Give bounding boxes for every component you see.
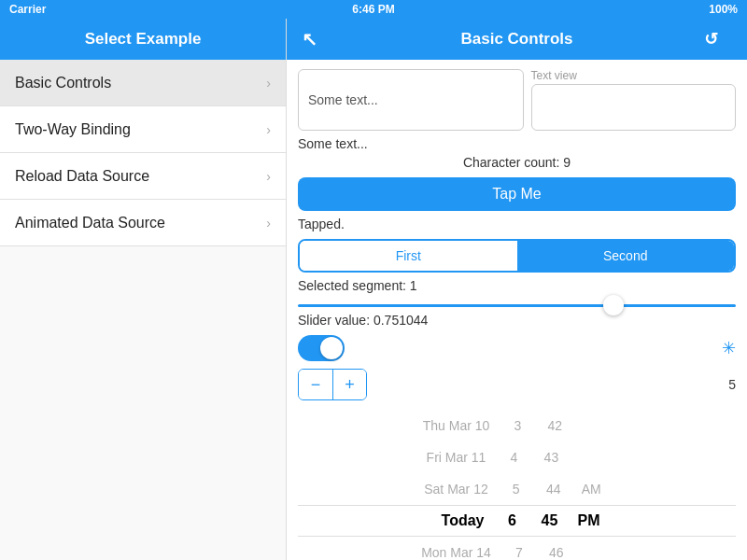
ampm-col: PM — [578, 512, 606, 529]
chevron-right-icon: › — [266, 169, 271, 184]
text-fields-row: Text view — [298, 69, 736, 131]
text-view-label: Text view — [531, 69, 737, 82]
toggle-row: ✳ — [298, 335, 736, 361]
date-row-mon: Mon Mar 14 7 46 — [298, 537, 736, 560]
sidebar-header: Select Example — [0, 19, 286, 60]
date-col: Today — [429, 512, 485, 529]
date-col: Mon Mar 14 — [421, 545, 491, 560]
main-title: Basic Controls — [461, 30, 573, 49]
battery-label: 100% — [709, 3, 738, 16]
min-col: 43 — [542, 450, 560, 465]
min-col: 44 — [544, 482, 563, 497]
hour-col: 4 — [504, 450, 523, 465]
min-col: 42 — [545, 418, 564, 433]
stepper: − + — [298, 369, 367, 400]
date-row-sat: Sat Mar 12 5 44 AM — [298, 473, 736, 505]
min-col: 46 — [547, 545, 566, 560]
slider-thumb[interactable] — [603, 295, 624, 315]
segment-second[interactable]: Second — [517, 241, 735, 271]
activity-indicator: ✳ — [722, 338, 736, 358]
text-view[interactable] — [531, 84, 737, 131]
segment-first-label: First — [396, 248, 421, 263]
hour-col: 3 — [508, 418, 527, 433]
date-picker[interactable]: Thu Mar 10 3 42 Fri Mar 11 4 43 Sat Mar … — [298, 410, 736, 560]
date-picker-rows: Thu Mar 10 3 42 Fri Mar 11 4 43 Sat Mar … — [298, 410, 736, 560]
stepper-increment-button[interactable]: + — [332, 370, 366, 399]
back-button[interactable]: ↖ — [302, 28, 330, 50]
slider-track[interactable] — [298, 304, 736, 307]
chevron-right-icon: › — [266, 216, 271, 231]
stepper-decrement-button[interactable]: − — [299, 370, 332, 399]
reload-icon[interactable]: ↺ — [704, 29, 718, 49]
time-label: 6:46 PM — [352, 3, 394, 16]
date-col: Sat Mar 12 — [424, 482, 487, 497]
toggle-switch[interactable] — [298, 335, 345, 361]
slider-container — [298, 304, 736, 307]
sidebar-item-label: Reload Data Source — [15, 168, 149, 185]
status-bar: Carrier 6:46 PM 100% — [0, 0, 747, 19]
date-row-today: Today 6 45 PM — [298, 505, 736, 537]
date-col: Fri Mar 11 — [427, 450, 486, 465]
sidebar-item-reload-data-source[interactable]: Reload Data Source › — [0, 153, 286, 200]
main-panel: ↖ Basic Controls ↺ Text view Some text..… — [287, 19, 747, 560]
hour-col: 5 — [507, 482, 526, 497]
reload-button[interactable]: ↺ — [704, 29, 732, 49]
tap-me-button[interactable]: Tap Me — [298, 177, 736, 211]
sidebar-item-two-way-binding[interactable]: Two-Way Binding › — [0, 106, 286, 153]
segment-first[interactable]: First — [300, 241, 517, 271]
sidebar-item-animated-data-source[interactable]: Animated Data Source › — [0, 200, 286, 246]
selected-segment: Selected segment: 1 — [298, 278, 736, 293]
main-content: Text view Some text... Character count: … — [287, 60, 747, 560]
stepper-row: − + 5 — [298, 369, 736, 400]
date-row-thu: Thu Mar 10 3 42 — [298, 410, 736, 441]
min-col: 45 — [541, 512, 559, 529]
sidebar-item-label: Two-Way Binding — [15, 121, 131, 138]
toggle-thumb — [320, 337, 343, 359]
sidebar-item-label: Basic Controls — [15, 75, 111, 91]
stepper-value: 5 — [728, 377, 736, 392]
tapped-label: Tapped. — [298, 217, 736, 231]
slider-value: Slider value: 0.751044 — [298, 313, 736, 328]
sidebar: Select Example Basic Controls › Two-Way … — [0, 19, 287, 560]
sidebar-title: Select Example — [85, 30, 202, 49]
sidebar-item-basic-controls[interactable]: Basic Controls › — [0, 60, 286, 106]
main-header: ↖ Basic Controls ↺ — [287, 19, 747, 60]
char-count: Character count: 9 — [298, 155, 736, 170]
date-col: Thu Mar 10 — [423, 418, 490, 433]
hour-col: 7 — [510, 545, 529, 560]
chevron-right-icon: › — [266, 122, 271, 137]
sidebar-item-label: Animated Data Source — [15, 215, 165, 231]
chevron-right-icon: › — [266, 76, 271, 91]
date-row-fri: Fri Mar 11 4 43 — [298, 441, 736, 473]
segment-second-label: Second — [603, 248, 647, 263]
text-input[interactable] — [298, 69, 524, 131]
ampm-col: AM — [582, 482, 610, 497]
hour-col: 6 — [503, 512, 522, 529]
carrier-label: Carrier — [9, 3, 46, 16]
back-arrow-icon[interactable]: ↖ — [302, 28, 317, 50]
segmented-control: First Second — [298, 239, 736, 273]
some-text-display: Some text... — [298, 136, 736, 151]
